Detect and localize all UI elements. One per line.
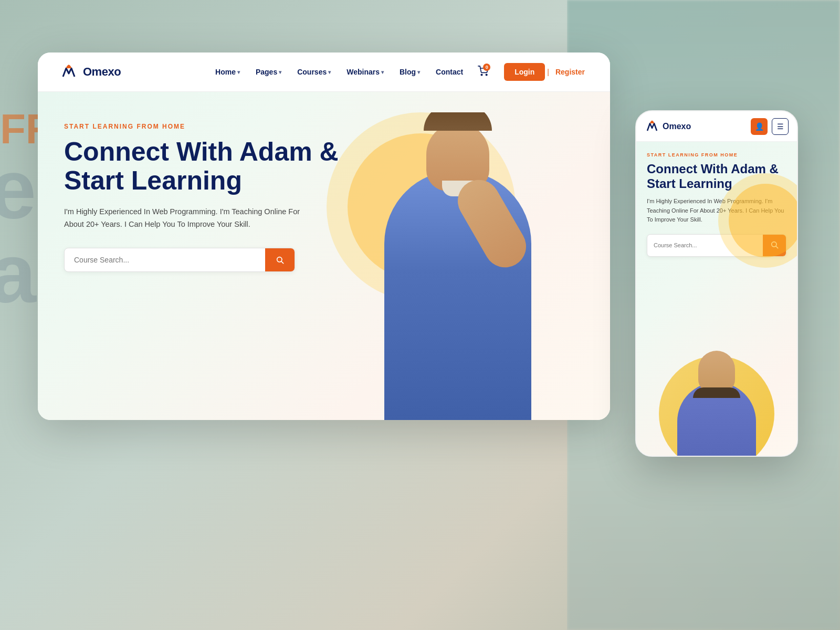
desktop-hero-section: START LEARNING FROM HOME Connect With Ad… bbox=[38, 91, 610, 420]
mobile-logo-text: Omexo bbox=[663, 122, 691, 131]
mobile-navbar: Omexo 👤 ☰ bbox=[636, 111, 797, 142]
nav-webinars[interactable]: Webinars ▾ bbox=[340, 65, 390, 79]
desktop-search-bar bbox=[64, 248, 295, 272]
desktop-navbar: Omexo Home ▾ Pages ▾ Courses ▾ Webinars … bbox=[38, 52, 610, 91]
svg-point-6 bbox=[651, 121, 654, 123]
hero-description: I'm Highly Experienced In Web Programmin… bbox=[64, 206, 306, 231]
mobile-circle-inner bbox=[729, 184, 797, 257]
nav-contact[interactable]: Contact bbox=[429, 65, 469, 79]
hero-title: Connect With Adam & Start Learning bbox=[64, 138, 348, 195]
svg-point-2 bbox=[481, 74, 482, 76]
svg-line-5 bbox=[281, 261, 284, 264]
mobile-mockup-card: Omexo 👤 ☰ START LEARNING FROM HOME Conne… bbox=[635, 110, 798, 457]
logo-icon bbox=[59, 62, 79, 82]
desktop-logo[interactable]: Omexo bbox=[59, 62, 121, 82]
nav-home[interactable]: Home ▾ bbox=[209, 65, 246, 79]
desktop-search-button[interactable] bbox=[265, 248, 295, 271]
mobile-person-head bbox=[698, 351, 735, 393]
mobile-hero-section: START LEARNING FROM HOME Connect With Ad… bbox=[636, 142, 797, 456]
blog-chevron-icon: ▾ bbox=[417, 69, 420, 75]
mobile-user-button[interactable]: 👤 bbox=[751, 118, 768, 135]
svg-point-3 bbox=[486, 74, 488, 76]
hero-subtitle: START LEARNING FROM HOME bbox=[64, 123, 348, 130]
mobile-nav-actions: 👤 ☰ bbox=[751, 118, 789, 135]
courses-chevron-icon: ▾ bbox=[328, 69, 331, 75]
register-button[interactable]: Register bbox=[551, 63, 589, 81]
mobile-person-image bbox=[648, 340, 785, 456]
mobile-logo[interactable]: Omexo bbox=[645, 119, 691, 134]
auth-buttons: Login | Register bbox=[504, 63, 589, 81]
nav-courses[interactable]: Courses ▾ bbox=[291, 65, 337, 79]
mobile-user-icon: 👤 bbox=[755, 122, 764, 131]
desktop-search-icon bbox=[276, 256, 284, 264]
webinars-chevron-icon: ▾ bbox=[381, 69, 384, 75]
mobile-hero-subtitle: START LEARNING FROM HOME bbox=[647, 152, 786, 158]
auth-divider: | bbox=[547, 68, 549, 76]
nav-blog[interactable]: Blog ▾ bbox=[393, 65, 426, 79]
svg-point-1 bbox=[67, 65, 70, 68]
desktop-search-input[interactable] bbox=[65, 248, 265, 271]
cart-badge: 0 bbox=[483, 64, 490, 71]
nav-pages[interactable]: Pages ▾ bbox=[249, 65, 288, 79]
mobile-menu-icon: ☰ bbox=[777, 122, 784, 131]
mobile-menu-button[interactable]: ☰ bbox=[772, 118, 789, 135]
hero-content: START LEARNING FROM HOME Connect With Ad… bbox=[64, 123, 348, 272]
desktop-nav-links: Home ▾ Pages ▾ Courses ▾ Webinars ▾ Blog… bbox=[209, 62, 494, 81]
desktop-logo-text: Omexo bbox=[83, 65, 121, 79]
desktop-mockup-card: Omexo Home ▾ Pages ▾ Courses ▾ Webinars … bbox=[38, 52, 610, 420]
home-chevron-icon: ▾ bbox=[237, 69, 240, 75]
mobile-logo-icon bbox=[645, 119, 659, 134]
hero-person-image bbox=[337, 91, 579, 420]
cart-button[interactable]: 0 bbox=[472, 62, 494, 81]
pages-chevron-icon: ▾ bbox=[279, 69, 281, 75]
login-button[interactable]: Login bbox=[504, 63, 545, 81]
